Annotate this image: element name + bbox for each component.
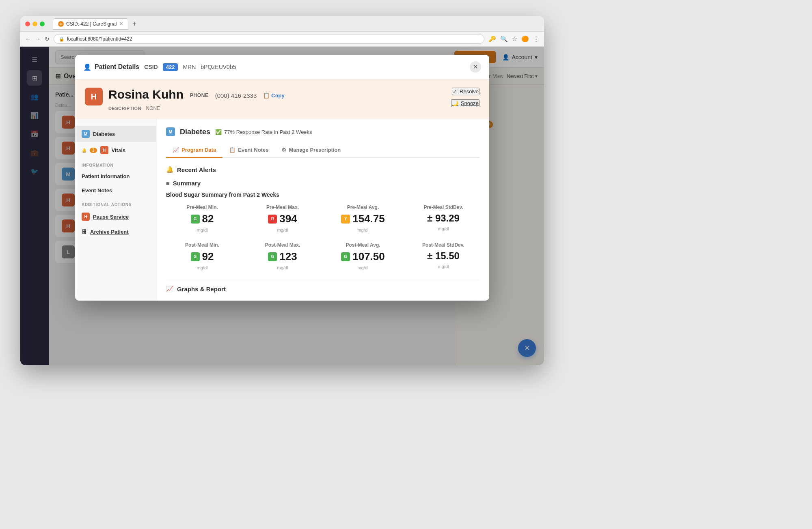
tab-favicon: C <box>58 21 64 27</box>
green-indicator-2: G <box>268 252 277 261</box>
nav-item-pause-service[interactable]: H Pause Service <box>75 209 156 225</box>
post-meal-avg-unit: mg/dl <box>358 265 369 270</box>
close-window-button[interactable] <box>25 22 30 26</box>
pre-meal-max-value: 394 <box>279 213 297 225</box>
forward-button[interactable]: → <box>35 36 41 42</box>
url-field[interactable]: 🔒 localhost:8080/?patientId=422 <box>54 34 484 44</box>
patient-info-label: Patient Information <box>82 173 130 179</box>
mrn-value: bPQzEUV0b5 <box>201 64 236 70</box>
active-tab[interactable]: C CSID: 422 | CareSignal ✕ <box>53 18 128 30</box>
information-section-label: INFORMATION <box>75 158 156 169</box>
back-button[interactable]: ← <box>25 36 31 42</box>
post-meal-max-value-row: G 123 <box>268 250 297 263</box>
phone-label: PHONE <box>190 92 209 98</box>
nav-item-archive-patient[interactable]: 🗄 Archive Patient <box>75 225 156 239</box>
pre-meal-avg-value: 154.75 <box>352 213 385 225</box>
vitals-alert-badge: 3 <box>90 148 97 153</box>
url-text: localhost:8080/?patientId=422 <box>67 36 132 42</box>
tab-manage-prescription[interactable]: ⚙ Manage Prescription <box>275 143 347 158</box>
post-meal-min-unit: mg/dl <box>197 265 208 270</box>
chart-icon: 📈 <box>173 147 179 153</box>
moon-icon: 🌙 <box>452 100 458 106</box>
green-indicator: G <box>191 252 200 261</box>
post-meal-max-value: 123 <box>279 250 297 263</box>
description-row: DESCRIPTION NONE <box>108 105 285 111</box>
nav-item-diabetes[interactable]: M Diabetes <box>75 126 156 142</box>
pause-avatar: H <box>82 213 90 221</box>
nav-item-patient-information[interactable]: Patient Information <box>75 169 156 183</box>
csid-value: 422 <box>163 63 178 71</box>
post-meal-min-value: 92 <box>202 250 214 263</box>
modal-nav: M Diabetes 🔔 3 H Vitals INFORMATION P <box>75 119 156 301</box>
verified-icon: ✅ <box>215 129 222 135</box>
diabetes-badge: M <box>82 130 90 138</box>
program-name: Diabetes <box>180 128 210 136</box>
nav-item-event-notes[interactable]: Event Notes <box>75 183 156 198</box>
address-bar: ← → ↻ 🔒 localhost:8080/?patientId=422 🔑 … <box>20 32 544 47</box>
patient-name: Rosina Kuhn <box>108 88 184 101</box>
snooze-label: Snooze <box>461 100 479 106</box>
pre-meal-stddev-label: Pre-Meal StdDev. <box>423 204 463 210</box>
content-tabs: 📈 Program Data 📋 Event Notes ⚙ Manage Pr… <box>166 143 479 158</box>
list-icon: ≡ <box>166 180 170 187</box>
tab-program-data-label: Program Data <box>181 147 216 153</box>
post-meal-stats-grid: Post-Meal Min. G 92 mg/dl Post-Meal Max. <box>166 242 479 270</box>
tab-program-data[interactable]: 📈 Program Data <box>166 143 222 158</box>
name-phone-row: Rosina Kuhn PHONE (000) 416-2333 📋 Copy <box>108 88 285 103</box>
pre-meal-max-value-row: R 394 <box>268 213 297 225</box>
pre-meal-avg-label: Pre-Meal Avg. <box>347 204 379 210</box>
graphs-label: Graphs & Report <box>177 286 226 292</box>
post-meal-max-unit: mg/dl <box>277 265 288 270</box>
gear-icon: ⚙ <box>281 147 286 153</box>
tab-event-notes-label: Event Notes <box>238 147 268 153</box>
profile-icon: 🟠 <box>521 35 529 43</box>
tab-close-button[interactable]: ✕ <box>119 21 123 26</box>
summary-label: Summary <box>173 180 201 187</box>
post-meal-stddev-label: Post-Meal StdDev. <box>422 242 464 248</box>
maximize-window-button[interactable] <box>40 22 45 26</box>
stat-pre-meal-max: Pre-Meal Max. R 394 mg/dl <box>246 204 319 232</box>
recent-alerts-heading: 🔔 Recent Alerts <box>166 166 479 173</box>
post-meal-avg-value-row: G 107.50 <box>341 250 385 263</box>
patient-hero-avatar: H <box>85 88 103 105</box>
recent-alerts-label: Recent Alerts <box>177 166 216 173</box>
copy-phone-button[interactable]: 📋 Copy <box>263 92 285 99</box>
resolve-button[interactable]: ✓ Resolve <box>452 88 479 95</box>
patient-details-modal: 👤 Patient Details CSID 422 MRN bPQzEUV0b… <box>75 55 489 301</box>
tab-bar: C CSID: 422 | CareSignal ✕ + <box>53 18 539 30</box>
red-indicator: R <box>268 215 277 224</box>
app-content: ☰ ⊞ 👥 📊 📅 💼 🐦 + Prescribe 👤 Account ▾ <box>20 47 544 365</box>
csid-label: CSID <box>144 64 158 70</box>
stat-post-meal-stddev: Post-Meal StdDev. ± 15.50 mg/dl <box>407 242 479 270</box>
graphs-section: 📈 Graphs & Report <box>166 280 479 292</box>
yellow-indicator: Y <box>341 215 350 224</box>
additional-section-label: ADDITIONAL ACTIONS <box>75 198 156 209</box>
key-icon: 🔑 <box>488 35 496 43</box>
modal-close-button[interactable]: ✕ <box>470 61 481 73</box>
pre-meal-min-unit: mg/dl <box>197 228 208 232</box>
copy-label: Copy <box>271 92 285 99</box>
post-meal-stddev-value: ± 15.50 <box>427 250 460 262</box>
post-meal-stddev-value-row: ± 15.50 <box>427 250 460 262</box>
snooze-button[interactable]: 🌙 Snooze <box>451 99 479 107</box>
program-badge: M <box>166 127 175 136</box>
patient-hero: H Rosina Kuhn PHONE (000) 416-2333 📋 Cop… <box>75 80 489 119</box>
nav-item-vitals[interactable]: 🔔 3 H Vitals <box>75 142 156 158</box>
pre-meal-stddev-value: ± 93.29 <box>427 213 460 224</box>
vitals-label: Vitals <box>112 147 125 153</box>
new-tab-button[interactable]: + <box>130 19 140 29</box>
stat-pre-meal-min: Pre-Meal Min. G 82 mg/dl <box>166 204 238 232</box>
reload-button[interactable]: ↻ <box>45 36 50 42</box>
post-meal-min-value-row: G 92 <box>191 250 214 263</box>
event-notes-label: Event Notes <box>82 187 112 194</box>
minimize-window-button[interactable] <box>32 22 37 26</box>
modal-body: M Diabetes 🔔 3 H Vitals INFORMATION P <box>75 119 489 301</box>
modal-title: 👤 Patient Details <box>83 63 139 71</box>
person-icon: 👤 <box>83 63 91 71</box>
copy-icon: 📋 <box>263 92 270 99</box>
tab-event-notes[interactable]: 📋 Event Notes <box>222 143 275 158</box>
stat-post-meal-max: Post-Meal Max. G 123 mg/dl <box>246 242 319 270</box>
phone-number: (000) 416-2333 <box>215 92 257 99</box>
stat-pre-meal-avg: Pre-Meal Avg. Y 154.75 mg/dl <box>327 204 399 232</box>
archive-icon: 🗄 <box>82 229 87 235</box>
